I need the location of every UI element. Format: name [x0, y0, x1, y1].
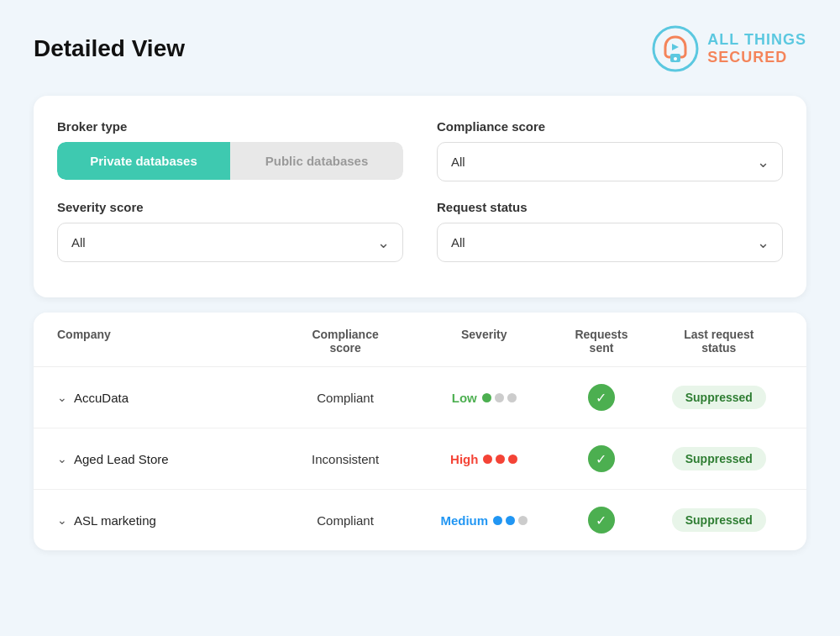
- request-status-group: Request status All ⌄: [437, 200, 783, 262]
- status-cell: Suppressed: [655, 447, 783, 470]
- table-row: ⌄ AccuData Compliant Low ✓ Suppressed: [34, 367, 806, 428]
- table-header: Company Compliancescore Severity Request…: [34, 313, 806, 367]
- filters-section: Broker type Private databases Public dat…: [34, 96, 806, 297]
- compliance-score-select[interactable]: All: [437, 142, 783, 181]
- requests-cell: ✓: [548, 384, 654, 411]
- th-company: Company: [57, 328, 270, 355]
- th-compliance-score: Compliancescore: [270, 328, 420, 355]
- compliance-score-wrapper: All ⌄: [437, 142, 783, 181]
- status-badge: Suppressed: [672, 508, 766, 532]
- th-last-request-status: Last requeststatus: [655, 328, 783, 355]
- svg-point-2: [674, 57, 677, 60]
- dot-3: [508, 455, 517, 464]
- request-status-select[interactable]: All: [437, 223, 783, 262]
- request-status-wrapper: All ⌄: [437, 223, 783, 262]
- requests-cell: ✓: [548, 507, 654, 534]
- broker-type-toggle: Private databases Public databases: [57, 142, 403, 180]
- severity-score-wrapper: All ⌄: [57, 223, 403, 262]
- table-row: ⌄ Aged Lead Store Inconsistent High ✓ Su…: [34, 428, 806, 490]
- table-row: ⌄ ASL marketing Compliant Medium ✓ Suppr…: [34, 490, 806, 550]
- dot-1: [483, 455, 492, 464]
- svg-marker-3: [672, 44, 679, 50]
- private-databases-button[interactable]: Private databases: [57, 142, 230, 180]
- company-cell: ⌄ ASL marketing: [57, 513, 270, 528]
- check-icon: ✓: [588, 507, 615, 534]
- data-table: Company Compliancescore Severity Request…: [34, 313, 806, 550]
- severity-cell: Medium: [420, 513, 548, 528]
- compliance-score-label: Compliance score: [437, 119, 783, 134]
- requests-cell: ✓: [548, 445, 654, 472]
- status-badge: Suppressed: [672, 447, 766, 470]
- dot-2: [506, 516, 515, 525]
- logo-secured: SECURED: [707, 49, 806, 66]
- compliance-score-group: Compliance score All ⌄: [437, 119, 783, 181]
- severity-dots: [483, 455, 517, 464]
- logo-text: ALL THINGS SECURED: [707, 31, 806, 66]
- severity-label: Medium: [440, 513, 488, 528]
- logo-all-things: ALL THINGS: [707, 31, 806, 49]
- severity-cell: High: [420, 452, 548, 466]
- company-cell: ⌄ AccuData: [57, 391, 270, 405]
- th-requests-sent: Requestssent: [548, 328, 654, 355]
- severity-score-group: Severity score All ⌄: [57, 200, 403, 262]
- status-cell: Suppressed: [655, 386, 783, 409]
- dot-1: [482, 393, 491, 402]
- severity-dots: [482, 393, 517, 402]
- company-name: AccuData: [74, 391, 129, 405]
- dot-3: [507, 393, 517, 402]
- company-cell: ⌄ Aged Lead Store: [57, 452, 270, 466]
- compliance-cell: Compliant: [270, 391, 420, 405]
- check-icon: ✓: [588, 445, 615, 472]
- row-expand-icon[interactable]: ⌄: [57, 391, 67, 404]
- dot-1: [493, 516, 502, 525]
- company-name: Aged Lead Store: [74, 452, 169, 466]
- filter-row-1: Broker type Private databases Public dat…: [57, 119, 783, 181]
- company-name: ASL marketing: [74, 513, 156, 528]
- th-severity: Severity: [420, 328, 548, 355]
- row-expand-icon[interactable]: ⌄: [57, 513, 67, 527]
- dot-3: [518, 516, 528, 525]
- status-cell: Suppressed: [655, 508, 783, 532]
- dot-2: [496, 455, 505, 464]
- dot-2: [495, 393, 504, 402]
- broker-type-label: Broker type: [57, 119, 403, 134]
- severity-label: High: [450, 452, 478, 466]
- severity-dots: [493, 516, 528, 525]
- compliance-cell: Compliant: [270, 513, 420, 528]
- severity-cell: Low: [420, 391, 548, 405]
- logo-icon: [652, 25, 699, 72]
- severity-score-select[interactable]: All: [57, 223, 403, 262]
- severity-label: Low: [452, 391, 477, 405]
- check-icon: ✓: [588, 384, 615, 411]
- broker-type-group: Broker type Private databases Public dat…: [57, 119, 403, 181]
- row-expand-icon[interactable]: ⌄: [57, 452, 67, 465]
- filter-row-2: Severity score All ⌄ Request status All …: [57, 200, 783, 262]
- request-status-label: Request status: [437, 200, 783, 214]
- page-title: Detailed View: [34, 35, 185, 62]
- compliance-cell: Inconsistent: [270, 452, 420, 466]
- status-badge: Suppressed: [672, 386, 766, 409]
- logo: ALL THINGS SECURED: [652, 25, 806, 72]
- severity-score-label: Severity score: [57, 200, 403, 214]
- public-databases-button[interactable]: Public databases: [230, 142, 403, 180]
